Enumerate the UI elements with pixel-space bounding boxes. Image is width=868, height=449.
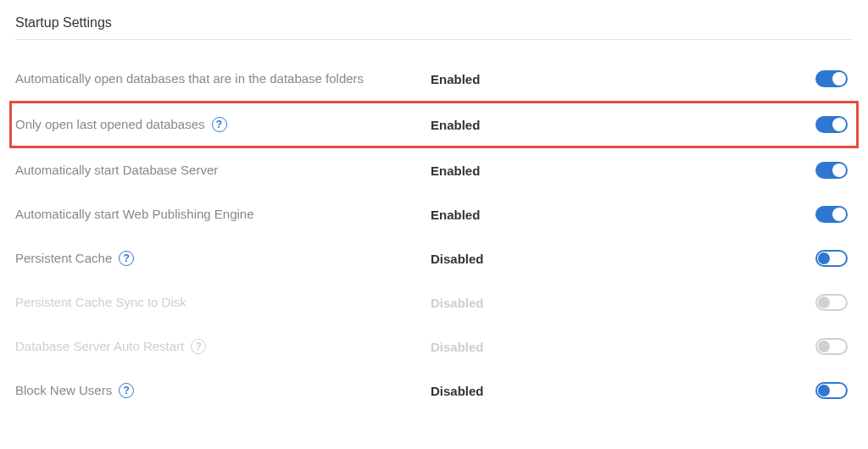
toggle-col — [600, 116, 853, 133]
settings-list: Automatically open databases that are in… — [15, 57, 853, 413]
toggle-knob — [832, 164, 846, 177]
help-icon[interactable]: ? — [119, 383, 134, 398]
toggle-knob — [832, 72, 846, 86]
setting-label-col: Persistent Cache ? — [15, 249, 431, 269]
toggle-persistent-cache-sync — [815, 294, 848, 311]
setting-status: Enabled — [431, 72, 600, 86]
setting-persistent-cache-sync: Persistent Cache Sync to Disk Disabled — [15, 280, 853, 324]
setting-label: Persistent Cache Sync to Disk — [15, 293, 186, 313]
setting-label: Persistent Cache — [15, 249, 112, 269]
setting-only-open-last: Only open last opened databases ? Enable… — [9, 101, 859, 148]
toggle-col — [600, 162, 853, 179]
setting-label-col: Automatically open databases that are in… — [15, 69, 431, 89]
section-title: Startup Settings — [15, 15, 853, 40]
toggle-col — [600, 294, 853, 311]
setting-status: Disabled — [431, 252, 600, 266]
help-icon[interactable]: ? — [119, 251, 134, 266]
setting-label: Automatically start Database Server — [15, 161, 218, 180]
setting-label: Only open last opened databases — [15, 115, 205, 135]
toggle-knob — [832, 118, 846, 131]
toggle-auto-start-db-server[interactable] — [815, 162, 848, 179]
toggle-col — [600, 250, 853, 267]
setting-label: Automatically open databases that are in… — [15, 69, 364, 89]
setting-db-server-auto-restart: Database Server Auto Restart ? Disabled — [15, 324, 853, 369]
setting-auto-open-databases: Automatically open databases that are in… — [15, 57, 853, 101]
toggle-knob — [818, 297, 830, 308]
setting-status: Enabled — [431, 208, 600, 222]
setting-block-new-users: Block New Users ? Disabled — [15, 369, 853, 413]
setting-auto-start-web-publishing: Automatically start Web Publishing Engin… — [15, 192, 853, 236]
setting-label-col: Automatically start Web Publishing Engin… — [15, 205, 431, 224]
setting-label-col: Persistent Cache Sync to Disk — [15, 293, 431, 313]
toggle-knob — [818, 341, 830, 352]
setting-status: Disabled — [431, 296, 600, 310]
help-icon[interactable]: ? — [212, 117, 227, 132]
toggle-db-server-auto-restart — [815, 338, 848, 355]
setting-label-col: Database Server Auto Restart ? — [15, 337, 431, 357]
toggle-col — [600, 338, 853, 355]
toggle-persistent-cache[interactable] — [815, 250, 848, 267]
toggle-col — [600, 206, 853, 223]
toggle-auto-start-web-publishing[interactable] — [815, 206, 848, 223]
setting-label: Database Server Auto Restart — [15, 337, 184, 357]
setting-status: Disabled — [431, 340, 600, 354]
setting-persistent-cache: Persistent Cache ? Disabled — [15, 236, 853, 280]
help-icon: ? — [191, 339, 206, 354]
toggle-knob — [818, 385, 830, 396]
toggle-col — [600, 70, 853, 87]
toggle-knob — [832, 208, 846, 221]
toggle-knob — [818, 252, 830, 264]
setting-label-col: Block New Users ? — [15, 381, 431, 401]
setting-status: Disabled — [431, 384, 600, 398]
toggle-col — [600, 382, 853, 399]
setting-status: Enabled — [431, 118, 600, 132]
toggle-auto-open-databases[interactable] — [815, 70, 848, 87]
setting-label: Automatically start Web Publishing Engin… — [15, 205, 254, 224]
setting-status: Enabled — [431, 164, 600, 178]
setting-auto-start-db-server: Automatically start Database Server Enab… — [15, 148, 853, 192]
setting-label-col: Automatically start Database Server — [15, 161, 431, 180]
toggle-block-new-users[interactable] — [815, 382, 848, 399]
toggle-only-open-last[interactable] — [815, 116, 848, 133]
setting-label-col: Only open last opened databases ? — [15, 115, 431, 135]
setting-label: Block New Users — [15, 381, 112, 401]
